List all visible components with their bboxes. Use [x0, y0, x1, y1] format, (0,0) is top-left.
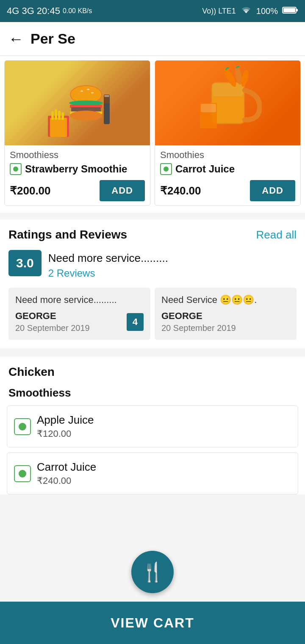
menu-category-section: Chicken Smoothiess Apple Juice ₹120.00 C…	[0, 357, 305, 494]
ratings-header: Ratings and Reviews Read all	[8, 228, 297, 242]
review-author-name-2: GEORGE	[161, 311, 236, 322]
product-name-2: Carrot Juice	[175, 163, 235, 175]
svg-rect-8	[61, 112, 64, 120]
veg-icon-2	[160, 163, 172, 175]
svg-point-11	[80, 91, 83, 92]
card-category-2: Smoothies	[160, 150, 295, 161]
bottom-space	[0, 500, 305, 542]
view-cart-label: VIEW CART	[111, 615, 194, 631]
svg-rect-6	[55, 109, 57, 120]
menu-item-name-1: Apple Juice	[37, 414, 291, 427]
battery-icon	[282, 6, 298, 17]
page-title: Per Se	[30, 31, 75, 47]
subcategory-smoothiess-title: Smoothiess	[0, 380, 305, 405]
review-date-2: 20 September 2019	[161, 323, 236, 333]
data-speed: 0.00 KB/s	[63, 7, 92, 15]
review-author-row-1: GEORGE 20 September 2019 4	[15, 311, 144, 333]
review-author-row-2: GEORGE 20 September 2019	[161, 311, 290, 333]
product-name-1: Strawberry Smoothie	[25, 163, 127, 175]
product-cards-row: Smoothiess Strawberry Smoothie ₹200.00 A…	[0, 56, 305, 213]
review-author-name-1: GEORGE	[15, 311, 90, 322]
svg-point-18	[70, 111, 102, 121]
fab-button[interactable]: 🍴	[131, 551, 174, 593]
card-category-1: Smoothiess	[10, 150, 145, 161]
view-cart-bar[interactable]: VIEW CART	[0, 602, 305, 644]
network-signal: 4G 3G	[7, 6, 34, 17]
svg-point-13	[91, 92, 94, 94]
card-footer-1: ₹200.00 ADD	[10, 180, 145, 201]
svg-rect-24	[213, 83, 243, 96]
menu-item-apple-juice[interactable]: Apple Juice ₹120.00	[7, 405, 298, 447]
review-author-info-2: GEORGE 20 September 2019	[161, 311, 236, 333]
svg-rect-4	[50, 118, 67, 137]
menu-veg-icon-2	[14, 465, 31, 482]
review-text-1: Need more service.........	[15, 294, 144, 305]
review-rating-1: 4	[127, 313, 144, 331]
menu-item-name-2: Carrot Juice	[37, 461, 291, 474]
svg-rect-26	[201, 104, 216, 112]
review-date-1: 20 September 2019	[15, 323, 90, 333]
status-right: Vo)) LTE1 100%	[202, 6, 298, 17]
menu-item-info-1: Apple Juice ₹120.00	[37, 414, 291, 439]
menu-item-price-2: ₹240.00	[37, 475, 291, 486]
veg-icon-1	[10, 163, 22, 175]
status-bar: 4G 3G 20:45 0.00 KB/s Vo)) LTE1 100%	[0, 0, 305, 22]
product-card-1: Smoothiess Strawberry Smoothie ₹200.00 A…	[4, 60, 150, 206]
menu-veg-dot-2	[19, 470, 26, 477]
review-author-info-1: GEORGE 20 September 2019	[15, 311, 90, 333]
card-footer-2: ₹240.00 ADD	[160, 180, 295, 201]
card-body-2: Smoothies Carrot Juice ₹240.00 ADD	[155, 145, 300, 205]
menu-veg-dot-1	[19, 423, 26, 430]
ratings-section: Ratings and Reviews Read all 3.0 Need mo…	[0, 219, 305, 348]
rating-summary: 3.0 Need more service......... 2 Reviews	[8, 250, 297, 279]
review-card-2: Need Service 😐😐😐. GEORGE 20 September 20…	[155, 288, 297, 340]
card-body-1: Smoothiess Strawberry Smoothie ₹200.00 A…	[5, 145, 150, 205]
product-image-1	[5, 61, 150, 145]
svg-rect-21	[104, 95, 109, 97]
review-card-1: Need more service......... GEORGE 20 Sep…	[8, 288, 150, 340]
add-button-1[interactable]: ADD	[100, 180, 145, 201]
header: ← Per Se	[0, 22, 305, 56]
menu-item-info-2: Carrot Juice ₹240.00	[37, 461, 291, 486]
menu-veg-icon-1	[14, 418, 31, 435]
card-name-row-1: Strawberry Smoothie	[10, 163, 145, 175]
back-button[interactable]: ←	[8, 30, 24, 48]
menu-item-price-1: ₹120.00	[37, 428, 291, 439]
veg-dot-2	[164, 167, 169, 172]
review-cards-row: Need more service......... GEORGE 20 Sep…	[0, 288, 305, 348]
add-button-2[interactable]: ADD	[250, 180, 295, 201]
product-card-2: Smoothies Carrot Juice ₹240.00 ADD	[155, 60, 301, 206]
svg-point-12	[87, 89, 89, 90]
signal-lte: Vo)) LTE1	[202, 7, 236, 16]
ratings-title: Ratings and Reviews	[8, 228, 127, 242]
read-all-link[interactable]: Read all	[256, 228, 297, 242]
product-price-2: ₹240.00	[160, 184, 201, 197]
rating-summary-text: Need more service.........	[48, 252, 168, 265]
svg-rect-2	[296, 9, 298, 11]
rating-info: Need more service......... 2 Reviews	[48, 250, 168, 279]
svg-rect-7	[58, 111, 61, 120]
wifi-icon	[240, 6, 252, 17]
section-divider	[0, 348, 305, 357]
category-chicken-title: Chicken	[0, 357, 305, 380]
card-name-row-2: Carrot Juice	[160, 163, 295, 175]
status-left: 4G 3G 20:45 0.00 KB/s	[7, 6, 92, 17]
time: 20:45	[37, 6, 60, 17]
svg-rect-1	[283, 8, 295, 12]
rating-score-badge: 3.0	[8, 250, 42, 276]
svg-rect-5	[51, 111, 54, 120]
battery-percent: 100%	[256, 6, 278, 16]
menu-item-carrot-juice[interactable]: Carrot Juice ₹240.00	[7, 452, 298, 494]
product-image-2	[155, 61, 300, 145]
review-count: 2 Reviews	[48, 267, 168, 279]
product-price-1: ₹200.00	[10, 184, 51, 197]
veg-dot-1	[13, 167, 18, 172]
review-text-2: Need Service 😐😐😐.	[161, 294, 290, 305]
fab-icon: 🍴	[141, 561, 164, 583]
